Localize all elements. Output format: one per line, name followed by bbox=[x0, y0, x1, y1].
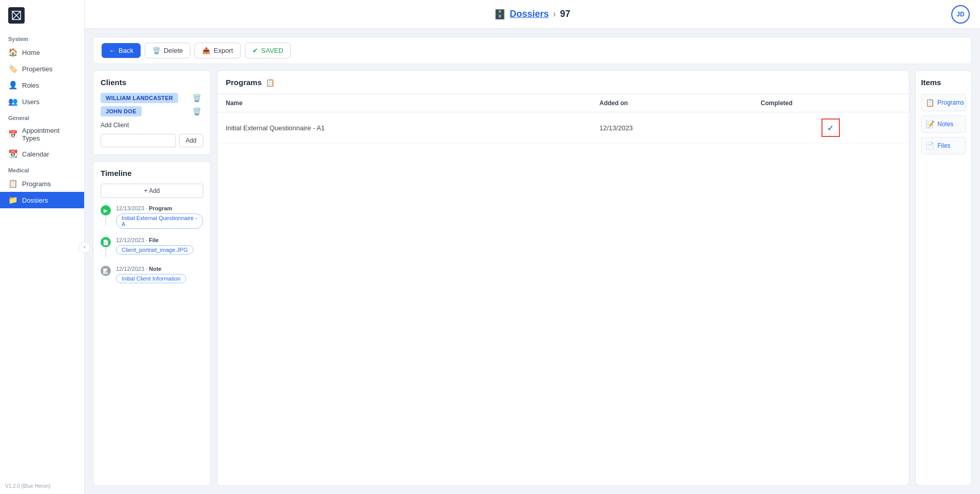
sidebar-item-programs[interactable]: 📋 Programs bbox=[0, 175, 84, 192]
left-panel: Clients WILLIAM LANDCASTER 🗑️ JOHN DOE 🗑… bbox=[93, 70, 211, 486]
roles-icon: 👤 bbox=[8, 81, 18, 90]
items-files-label: Files bbox=[937, 142, 950, 149]
sidebar-item-label-properties: Properties bbox=[22, 65, 52, 73]
dossiers-breadcrumb-link[interactable]: Dossiers bbox=[509, 9, 548, 19]
sidebar-item-label-programs: Programs bbox=[22, 180, 51, 188]
home-icon: 🏠 bbox=[8, 48, 18, 57]
sidebar-collapse-button[interactable]: ‹ bbox=[79, 242, 90, 253]
main-content: ← Back 🗑️ Delete 📤 Export ✔ SAVED bbox=[93, 37, 972, 486]
sidebar-item-properties[interactable]: 🏷️ Properties bbox=[0, 61, 84, 77]
timeline-tag-2[interactable]: Initial Client Information bbox=[116, 274, 186, 283]
timeline-card: Timeline + Add ▶ bbox=[93, 161, 211, 486]
programs-panel: Programs 📋 Name Added on Completed bbox=[217, 70, 909, 486]
back-button[interactable]: ← Back bbox=[102, 43, 141, 58]
timeline-dot-0: ▶ bbox=[101, 205, 111, 215]
sidebar-item-appointment-types[interactable]: 📅 Appointment Types bbox=[0, 123, 84, 146]
timeline-entry-2: 📝 12/12/2023 · Note Initial Client Infor… bbox=[101, 266, 203, 283]
items-files-button[interactable]: 📄 Files bbox=[921, 137, 966, 154]
programs-cell-name-0: Initial External Questionnaire - A1 bbox=[218, 112, 591, 144]
timeline-list: ▶ 12/13/2023 · Program Initia bbox=[101, 205, 203, 283]
sidebar: System 🏠 Home 🏷️ Properties 👤 Roles 👥 Us… bbox=[0, 0, 85, 494]
sidebar-section-label-medical: Medical bbox=[0, 162, 84, 175]
sidebar-section-system: System 🏠 Home 🏷️ Properties 👤 Roles 👥 Us… bbox=[0, 31, 84, 110]
timeline-meta-0: 12/13/2023 · Program bbox=[116, 205, 203, 211]
timeline-type-2: Note bbox=[149, 266, 161, 272]
delete-icon: 🗑️ bbox=[152, 47, 161, 54]
client-row-0: WILLIAM LANDCASTER 🗑️ bbox=[101, 93, 203, 103]
app-logo-icon bbox=[8, 7, 25, 24]
delete-button-label: Delete bbox=[164, 47, 183, 54]
main-row: Clients WILLIAM LANDCASTER 🗑️ JOHN DOE 🗑… bbox=[93, 70, 972, 486]
content-area: ← Back 🗑️ Delete 📤 Export ✔ SAVED bbox=[85, 29, 980, 494]
programs-row-0: Initial External Questionnaire - A1 12/1… bbox=[218, 112, 909, 144]
programs-table: Name Added on Completed Initial External… bbox=[218, 94, 909, 144]
back-arrow-icon: ← bbox=[109, 47, 115, 54]
user-avatar[interactable]: JD bbox=[951, 5, 970, 24]
timeline-date-0: 12/13/2023 bbox=[116, 205, 144, 211]
sidebar-item-label-appointment-types: Appointment Types bbox=[22, 127, 76, 142]
saved-indicator: ✔ SAVED bbox=[245, 43, 291, 58]
timeline-type-0: Program bbox=[149, 205, 172, 211]
programs-col-completed: Completed bbox=[753, 94, 909, 112]
items-files-icon: 📄 bbox=[926, 142, 934, 150]
items-list: 📋 Programs 📝 Notes 📄 Files bbox=[921, 94, 966, 154]
add-client-row: Add bbox=[101, 134, 203, 147]
main-area: 🗄️ Dossiers › 97 JD ← Back 🗑️ Delete 📤 bbox=[85, 0, 980, 494]
items-programs-button[interactable]: 📋 Programs bbox=[921, 94, 966, 111]
timeline-dot-col-2: 📝 bbox=[101, 266, 111, 276]
sidebar-item-home[interactable]: 🏠 Home bbox=[0, 44, 84, 61]
programs-header: Programs 📋 bbox=[218, 71, 909, 94]
timeline-type-1: File bbox=[149, 237, 159, 243]
saved-label: SAVED bbox=[261, 47, 283, 54]
timeline-meta-2: 12/12/2023 · Note bbox=[116, 266, 203, 272]
dossier-id-label: 97 bbox=[560, 9, 571, 19]
timeline-date-1: 12/12/2023 bbox=[116, 237, 144, 243]
programs-cell-completed-0: ✓ bbox=[753, 112, 909, 144]
delete-client-0-button[interactable]: 🗑️ bbox=[190, 93, 203, 103]
timeline-line-1 bbox=[105, 247, 106, 258]
timeline-content-0: 12/13/2023 · Program Initial External Qu… bbox=[116, 205, 203, 229]
dossiers-icon: 📁 bbox=[8, 195, 18, 205]
programs-clipboard-icon: 📋 bbox=[266, 78, 275, 87]
toolbar: ← Back 🗑️ Delete 📤 Export ✔ SAVED bbox=[93, 37, 972, 64]
add-client-select[interactable] bbox=[101, 134, 176, 147]
items-notes-icon: 📝 bbox=[926, 120, 934, 128]
sidebar-item-dossiers[interactable]: 📁 Dossiers bbox=[0, 192, 84, 208]
back-button-label: Back bbox=[119, 47, 133, 54]
export-button[interactable]: 📤 Export bbox=[194, 43, 241, 58]
timeline-entry-0: ▶ 12/13/2023 · Program Initia bbox=[101, 205, 203, 237]
sidebar-item-label-dossiers: Dossiers bbox=[22, 196, 48, 204]
timeline-meta-1: 12/12/2023 · File bbox=[116, 237, 203, 243]
users-icon: 👥 bbox=[8, 97, 18, 106]
completed-checkbox-0[interactable]: ✓ bbox=[821, 118, 840, 137]
version-label: V1.2.0 (Blue Heron) bbox=[5, 483, 50, 489]
export-button-label: Export bbox=[213, 47, 233, 54]
programs-table-header-row: Name Added on Completed bbox=[218, 94, 909, 112]
add-client-button[interactable]: Add bbox=[179, 134, 203, 147]
timeline-title: Timeline bbox=[101, 169, 203, 177]
sidebar-item-roles[interactable]: 👤 Roles bbox=[0, 77, 84, 93]
timeline-tag-1[interactable]: Client_portrait_image.JPG bbox=[116, 245, 193, 254]
calendar-icon: 📆 bbox=[8, 149, 18, 159]
saved-check-icon: ✔ bbox=[252, 47, 258, 54]
clients-title: Clients bbox=[101, 78, 203, 87]
sidebar-item-label-calendar: Calendar bbox=[22, 150, 49, 158]
sidebar-item-label-roles: Roles bbox=[22, 82, 39, 89]
sidebar-item-users[interactable]: 👥 Users bbox=[0, 93, 84, 110]
delete-button[interactable]: 🗑️ Delete bbox=[145, 43, 191, 58]
timeline-dot-col-1: 📄 bbox=[101, 237, 111, 258]
items-notes-label: Notes bbox=[937, 121, 953, 128]
timeline-entry-1: 📄 12/12/2023 · File Client_p bbox=[101, 237, 203, 266]
programs-col-added-on: Added on bbox=[591, 94, 752, 112]
timeline-tag-0[interactable]: Initial External Questionnaire - A bbox=[116, 213, 203, 229]
appointment-types-icon: 📅 bbox=[8, 130, 18, 139]
sidebar-logo bbox=[0, 0, 84, 31]
programs-col-name: Name bbox=[218, 94, 591, 112]
sidebar-item-calendar[interactable]: 📆 Calendar bbox=[0, 146, 84, 162]
delete-client-1-button[interactable]: 🗑️ bbox=[190, 106, 203, 116]
items-notes-button[interactable]: 📝 Notes bbox=[921, 115, 966, 133]
breadcrumb-chevron: › bbox=[553, 9, 556, 19]
top-header: 🗄️ Dossiers › 97 JD bbox=[85, 0, 980, 29]
add-client-section: Add Client Add bbox=[101, 122, 203, 147]
timeline-add-button[interactable]: + Add bbox=[101, 184, 203, 198]
